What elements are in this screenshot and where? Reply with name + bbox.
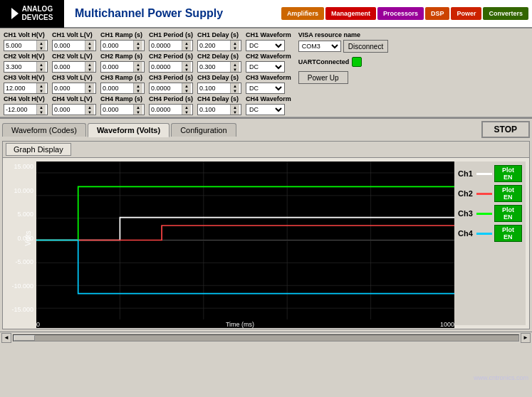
ch3-volt-l-down[interactable]: ▼: [85, 88, 94, 93]
ch1-delay-down[interactable]: ▼: [231, 46, 239, 51]
ch1-delay-input[interactable]: ▲▼: [197, 40, 241, 51]
ch1-ramp-field[interactable]: [101, 41, 133, 51]
ch2-delay-down[interactable]: ▼: [231, 67, 239, 72]
ch2-volt-h-down[interactable]: ▼: [37, 67, 46, 72]
ch2-volt-h-input[interactable]: ▲▼: [4, 61, 48, 73]
scroll-thumb[interactable]: [14, 335, 35, 341]
tab-configuration[interactable]: Configuration: [171, 123, 236, 137]
ch4-volt-h-up[interactable]: ▲: [37, 105, 46, 110]
ch3-volt-h-input[interactable]: ▲▼: [4, 83, 48, 94]
ch3-delay-up[interactable]: ▲: [231, 83, 239, 88]
ch3-volt-l-field[interactable]: [53, 83, 85, 93]
ch2-volt-h-up[interactable]: ▲: [37, 62, 46, 67]
ch3-volt-h-up[interactable]: ▲: [37, 83, 46, 88]
ch4-volt-l-up[interactable]: ▲: [85, 105, 94, 110]
disconnect-button[interactable]: Disconnect: [343, 40, 388, 53]
ch4-period-field[interactable]: [150, 105, 182, 115]
ch3-period-input[interactable]: ▲▼: [149, 83, 193, 94]
ch3-volt-l-input[interactable]: ▲▼: [52, 83, 96, 94]
ch4-volt-l-input[interactable]: ▲▼: [52, 104, 96, 115]
ch3-ramp-down[interactable]: ▼: [134, 88, 142, 93]
ch3-delay-down[interactable]: ▼: [231, 88, 239, 93]
ch2-period-up[interactable]: ▲: [182, 62, 191, 67]
ch4-delay-up[interactable]: ▲: [231, 105, 239, 110]
ch4-delay-down[interactable]: ▼: [231, 110, 239, 115]
ch1-volt-l-up[interactable]: ▲: [85, 41, 94, 46]
ch4-volt-l-down[interactable]: ▼: [85, 110, 94, 115]
ch2-plot-en-button[interactable]: Plot EN: [494, 185, 522, 202]
ch2-ramp-up[interactable]: ▲: [134, 62, 142, 67]
nav-tab-management[interactable]: Management: [325, 7, 376, 20]
ch2-volt-l-field[interactable]: [53, 62, 85, 72]
nav-tab-amplifiers[interactable]: Amplifiers: [281, 7, 324, 20]
ch4-period-down[interactable]: ▼: [182, 110, 191, 115]
ch3-ramp-input[interactable]: ▲▼: [100, 83, 145, 94]
ch4-period-up[interactable]: ▲: [182, 105, 191, 110]
ch1-volt-l-down[interactable]: ▼: [85, 46, 94, 51]
ch3-delay-field[interactable]: [198, 83, 230, 93]
stop-button[interactable]: STOP: [481, 121, 530, 138]
nav-tab-power[interactable]: Power: [451, 7, 481, 20]
ch1-period-field[interactable]: [150, 41, 182, 51]
ch4-delay-input[interactable]: ▲▼: [197, 104, 241, 115]
ch2-volt-l-input[interactable]: ▲▼: [52, 61, 96, 73]
ch3-volt-h-down[interactable]: ▼: [37, 88, 46, 93]
ch2-delay-input[interactable]: ▲▼: [197, 61, 241, 73]
ch2-volt-l-down[interactable]: ▼: [85, 67, 94, 72]
scroll-left-button[interactable]: ◄: [1, 333, 11, 343]
visa-port-select[interactable]: COM3: [298, 41, 341, 52]
ch1-delay-up[interactable]: ▲: [231, 41, 239, 46]
tab-waveform-volts[interactable]: Waveform (Volts): [88, 123, 169, 137]
ch1-volt-h-field[interactable]: [4, 41, 36, 51]
ch1-ramp-up[interactable]: ▲: [134, 41, 142, 46]
ch4-volt-h-down[interactable]: ▼: [37, 110, 46, 115]
ch4-volt-l-field[interactable]: [53, 105, 85, 115]
ch1-volt-h-down[interactable]: ▼: [37, 46, 46, 51]
ch1-ramp-down[interactable]: ▼: [134, 46, 142, 51]
ch3-plot-en-button[interactable]: Plot EN: [494, 205, 522, 222]
ch1-wf-select[interactable]: DC: [246, 40, 285, 51]
ch3-delay-input[interactable]: ▲▼: [197, 83, 241, 94]
ch1-delay-field[interactable]: [198, 41, 230, 51]
ch4-delay-field[interactable]: [198, 105, 230, 115]
ch1-volt-h-up[interactable]: ▲: [37, 41, 46, 46]
ch2-period-down[interactable]: ▼: [182, 67, 191, 72]
ch3-period-field[interactable]: [150, 83, 182, 93]
ch4-ramp-down[interactable]: ▼: [134, 110, 142, 115]
ch2-ramp-field[interactable]: [101, 62, 133, 72]
ch1-period-up[interactable]: ▲: [182, 41, 191, 46]
ch2-wf-select[interactable]: DC: [246, 61, 285, 73]
ch4-volt-h-input[interactable]: ▲▼: [4, 104, 48, 115]
ch1-ramp-input[interactable]: ▲▼: [100, 40, 145, 51]
ch2-ramp-input[interactable]: ▲▼: [100, 61, 145, 73]
ch1-volt-h-input[interactable]: ▲▼: [4, 40, 48, 51]
ch1-plot-en-button[interactable]: Plot EN: [494, 165, 522, 182]
ch4-wf-select[interactable]: DC: [246, 104, 285, 115]
ch3-wf-select[interactable]: DC: [246, 83, 285, 94]
ch2-volt-h-field[interactable]: [4, 62, 36, 72]
ch2-period-input[interactable]: ▲▼: [149, 61, 193, 73]
ch2-ramp-down[interactable]: ▼: [134, 67, 142, 72]
ch2-period-field[interactable]: [150, 62, 182, 72]
ch1-volt-l-input[interactable]: ▲▼: [52, 40, 96, 51]
ch3-period-down[interactable]: ▼: [182, 88, 191, 93]
tab-waveform-codes[interactable]: Waveform (Codes): [2, 123, 86, 137]
ch4-period-input[interactable]: ▲▼: [149, 104, 193, 115]
ch3-ramp-field[interactable]: [101, 83, 133, 93]
ch3-volt-h-field[interactable]: [4, 83, 36, 93]
ch4-plot-en-button[interactable]: Plot EN: [494, 225, 522, 242]
graph-display-tab[interactable]: Graph Display: [6, 143, 71, 156]
scroll-track[interactable]: [13, 334, 519, 342]
ch1-period-down[interactable]: ▼: [182, 46, 191, 51]
nav-tab-dsp[interactable]: DSP: [425, 7, 450, 20]
ch3-volt-l-up[interactable]: ▲: [85, 83, 94, 88]
ch4-ramp-input[interactable]: ▲▼: [100, 104, 145, 115]
nav-tab-processors[interactable]: Processors: [377, 7, 424, 20]
ch3-period-up[interactable]: ▲: [182, 83, 191, 88]
ch4-ramp-up[interactable]: ▲: [134, 105, 142, 110]
nav-tab-converters[interactable]: Converters: [483, 7, 528, 20]
ch4-ramp-field[interactable]: [101, 105, 133, 115]
ch1-period-input[interactable]: ▲▼: [149, 40, 193, 51]
ch2-delay-up[interactable]: ▲: [231, 62, 239, 67]
ch1-volt-l-field[interactable]: [53, 41, 85, 51]
